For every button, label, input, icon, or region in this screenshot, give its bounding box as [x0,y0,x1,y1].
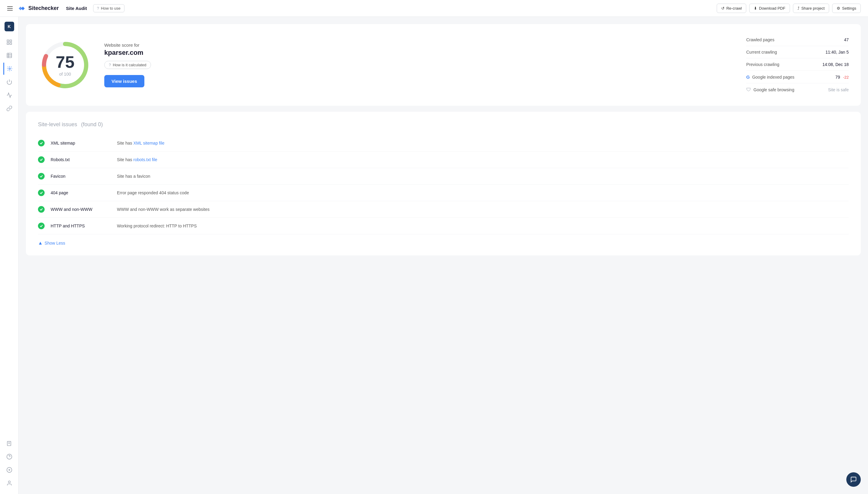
google-indexed-negative: -22 [843,75,849,79]
share-project-button[interactable]: ⤴ Share project [793,4,829,13]
hamburger-menu[interactable] [7,6,13,11]
score-info: Website score for kparser.com ? How is i… [104,42,734,87]
chevron-up-icon: ▲ [38,240,43,246]
how-to-use-button[interactable]: ? How to use [93,4,125,12]
google-indexed-value: 79 [835,75,840,79]
view-issues-label: View issues [112,79,137,84]
sidebar-item-table[interactable] [3,50,15,61]
sidebar-item-chart[interactable] [3,89,15,101]
grid-icon [6,39,12,45]
previous-crawling-value: 14:08, Dec 18 [823,62,849,67]
score-circle: 75 of 100 [38,38,92,92]
shield-icon: 🛡 [746,87,751,93]
score-stats: Crawled pages 47 Current crawling 11:40,… [746,34,849,96]
issue-row-https: HTTP and HTTPS Working protocol redirect… [38,218,849,234]
issues-section: Site-level issues (found 0) XML sitemap … [26,112,861,255]
issue-name-robots: Robots.txt [51,157,111,162]
issue-desc-www: WWW and non-WWW work as separate website… [117,207,849,212]
crawled-pages-label: Crawled pages [746,37,774,42]
svg-rect-3 [10,43,12,44]
issue-desc-robots: Site has robots.txt file [117,157,849,162]
google-indexed-value-group: 79 -22 [835,75,849,79]
stat-crawled-pages: Crawled pages 47 [746,34,849,46]
check-icon-www [38,206,44,213]
domain: kparser.com [104,49,734,57]
how-to-use-label: How to use [101,6,121,11]
view-issues-button[interactable]: View issues [104,75,144,87]
sidebar-item-links[interactable] [3,102,15,114]
score-number: 75 [56,54,74,71]
safe-browsing-label: Google safe browsing [754,87,794,92]
download-icon: ⬇ [754,6,757,11]
current-crawling-value: 11:40, Jan 5 [826,50,849,55]
settings-label: Settings [842,6,856,11]
svg-rect-2 [7,43,9,44]
sidebar-item-dashboard[interactable] [3,36,15,48]
issue-name-www: WWW and non-WWW [51,207,111,212]
issue-row-www: WWW and non-WWW WWW and non-WWW work as … [38,201,849,218]
link-icon [6,106,12,111]
table-icon [6,52,12,58]
check-icon-https [38,223,44,229]
check-icon-robots [38,156,44,163]
recrawl-button[interactable]: ↺ Re-crawl [717,4,746,13]
page-title: Site Audit [66,6,87,11]
issue-row-404: 404 page Error page responded 404 status… [38,185,849,201]
issue-row-favicon: Favicon Site has a favicon [38,168,849,185]
issue-desc-xml: Site has XML sitemap file [117,141,849,146]
safe-browsing-value: Site is safe [828,87,849,92]
issue-name-https: HTTP and HTTPS [51,224,111,228]
current-crawling-label: Current crawling [746,50,777,55]
issue-row-xml-sitemap: XML sitemap Site has XML sitemap file [38,135,849,152]
settings-button[interactable]: ⚙ Settings [832,4,861,13]
show-less-label: Show Less [44,241,65,246]
recrawl-icon: ↺ [721,6,724,11]
sidebar-item-audit[interactable] [3,63,15,75]
question-circle-icon: ? [97,6,99,11]
safe-browsing-row: 🛡 Google safe browsing [746,87,794,93]
topnav-actions: ↺ Re-crawl ⬇ Download PDF ⤴ Share projec… [717,4,861,13]
download-pdf-button[interactable]: ⬇ Download PDF [749,4,790,13]
stat-current-crawling: Current crawling 11:40, Jan 5 [746,46,849,58]
check-icon-favicon [38,173,44,179]
logo-icon [17,4,26,13]
robots-txt-link[interactable]: robots.txt file [133,157,157,162]
crawled-pages-value: 47 [844,37,849,42]
sidebar-item-power[interactable] [3,76,15,88]
avatar-letter: K [7,24,11,29]
top-navigation: Sitechecker Site Audit ? How to use ↺ Re… [0,0,868,17]
issue-row-robots: Robots.txt Site has robots.txt file [38,152,849,168]
svg-rect-0 [7,40,9,42]
google-indexed-row: G Google indexed pages [746,74,794,79]
avatar[interactable]: K [4,22,14,31]
question-icon: ? [109,63,111,67]
issue-desc-https: Working protocol redirect: HTTP to HTTPS [117,224,849,228]
stat-safe-browsing: 🛡 Google safe browsing Site is safe [746,83,849,96]
issue-desc-favicon: Site has a favicon [117,174,849,178]
how-calculated-button[interactable]: ? How is it calculated [104,61,151,69]
recrawl-label: Re-crawl [726,6,742,11]
score-card: 75 of 100 Website score for kparser.com … [26,24,861,106]
issue-name-favicon: Favicon [51,174,111,178]
website-score-label: Website score for [104,42,734,48]
issues-header: Site-level issues (found 0) [38,121,849,128]
main-content: 75 of 100 Website score for kparser.com … [19,17,868,263]
sidebar: K [0,17,19,263]
svg-rect-4 [7,53,12,58]
xml-sitemap-link[interactable]: XML sitemap file [133,141,164,146]
stat-google-indexed: G Google indexed pages 79 -22 [746,71,849,83]
issue-name-xml: XML sitemap [51,141,111,146]
score-of: of 100 [56,72,74,77]
score-text: 75 of 100 [56,54,74,77]
svg-point-8 [9,68,11,70]
show-less-button[interactable]: ▲ Show Less [38,234,849,246]
previous-crawling-label: Previous crawling [746,62,779,67]
check-icon-404 [38,189,44,196]
check-icon-xml [38,140,44,146]
download-pdf-label: Download PDF [759,6,785,11]
issues-title: Site-level issues [38,121,77,128]
power-icon [6,79,12,85]
logo: Sitechecker [17,4,59,13]
google-indexed-label: Google indexed pages [752,75,794,79]
svg-rect-1 [10,40,12,42]
